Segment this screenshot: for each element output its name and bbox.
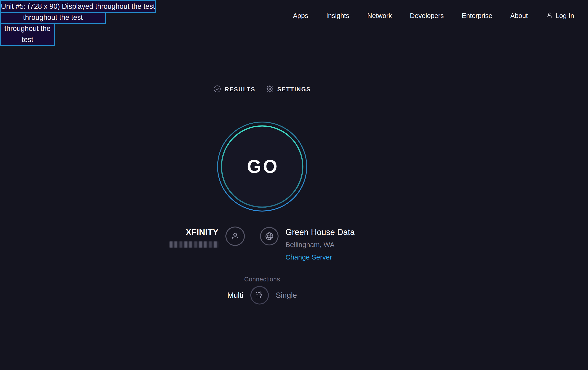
nav-item-enterprise[interactable]: Enterprise (462, 12, 492, 20)
isp-block: XFINITY (169, 227, 219, 261)
login-label: Log In (556, 12, 574, 20)
nav-item-apps[interactable]: Apps (293, 12, 308, 20)
server-block: Green House Data Bellingham, WA Change S… (285, 227, 355, 261)
tab-settings[interactable]: SETTINGS (266, 85, 311, 94)
main-nav: Apps Insights Network Developers Enterpr… (293, 11, 574, 20)
go-button-label: GO (217, 121, 308, 212)
isp-user-icon (225, 227, 245, 246)
server-name: Green House Data (285, 228, 355, 237)
check-circle-icon (213, 85, 221, 94)
user-icon (546, 11, 553, 20)
connections-single-label[interactable]: Single (276, 291, 297, 300)
nav-item-about[interactable]: About (510, 12, 528, 20)
results-settings-tabs: RESULTS SETTINGS (94, 81, 430, 97)
connections-multi-label[interactable]: Multi (227, 291, 243, 300)
tab-results-label: RESULTS (225, 86, 255, 93)
gear-icon (266, 85, 274, 94)
connections-label: Connections (94, 276, 430, 283)
change-server-link[interactable]: Change Server (285, 253, 332, 261)
masked-ip-address (169, 241, 219, 248)
multi-arrows-icon (254, 290, 265, 301)
connections-toggle[interactable] (250, 286, 269, 304)
nav-item-insights[interactable]: Insights (326, 12, 349, 20)
login-button[interactable]: Log In (546, 11, 574, 20)
connections-row: Multi Single (94, 286, 430, 304)
provider-server-row: XFINITY Green House Data Bellingham, WA … (94, 227, 430, 261)
tab-results[interactable]: RESULTS (213, 85, 255, 94)
isp-name: XFINITY (169, 228, 219, 237)
server-location: Bellingham, WA (285, 241, 355, 249)
tab-settings-label: SETTINGS (277, 86, 311, 93)
nav-item-developers[interactable]: Developers (410, 12, 444, 20)
nav-item-network[interactable]: Network (367, 12, 392, 20)
ad-unit-5-text: Unit #5: (728 x 90) Displayed throughout… (1, 1, 155, 12)
ad-unit-5-leaderboard: Unit #5: (728 x 90) Displayed throughout… (0, 0, 156, 13)
globe-icon (260, 227, 279, 245)
go-button[interactable]: GO (217, 121, 308, 212)
